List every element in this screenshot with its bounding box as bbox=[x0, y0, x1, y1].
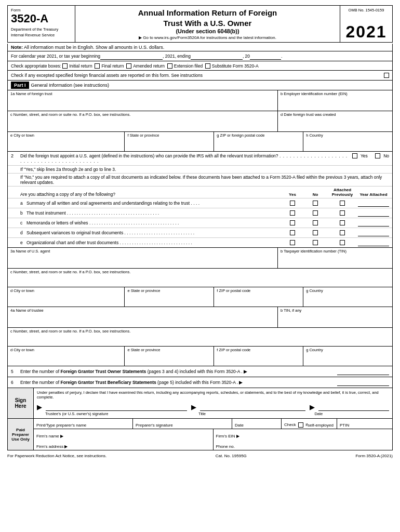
self-employed-checkbox[interactable] bbox=[298, 422, 303, 428]
q2-ifno-text: If "No," you are required to attach a co… bbox=[20, 175, 382, 185]
label-3e: State or province bbox=[131, 288, 161, 293]
label-1b: Employer identification number (EIN) bbox=[284, 91, 348, 96]
initial-return-checkbox[interactable] bbox=[62, 63, 68, 69]
sub-q-row-d: d Subsequent variances to original trust… bbox=[8, 228, 392, 237]
label-4g-letter: g bbox=[306, 348, 308, 352]
cell-3d: d City or town bbox=[8, 287, 125, 307]
sub-e-no[interactable] bbox=[313, 240, 318, 245]
paid-row-1: Print/Type preparer's name Preparer's si… bbox=[34, 419, 392, 429]
sub-b-yes[interactable] bbox=[290, 210, 295, 216]
sub-c-no[interactable] bbox=[313, 220, 318, 225]
q5-field[interactable] bbox=[337, 368, 389, 375]
comma-20: , 20 bbox=[243, 54, 250, 59]
sub-c-prev[interactable] bbox=[340, 220, 345, 225]
tax-year-end-field[interactable] bbox=[191, 52, 243, 60]
q2-no-checkbox[interactable] bbox=[375, 153, 380, 158]
paid-line2: Preparer bbox=[12, 432, 29, 437]
final-return-check[interactable]: Final return bbox=[95, 63, 124, 69]
signature-field[interactable] bbox=[46, 402, 187, 411]
sub-b-no[interactable] bbox=[313, 210, 318, 216]
q2-text-content: Did the foreign trust appoint a U.S. age… bbox=[20, 153, 278, 158]
row-1cd: c Number, street, and room or suite no. … bbox=[8, 111, 392, 132]
sign-labels-row: Trustee's (or U.S. owner's) signature Ti… bbox=[37, 411, 389, 416]
calendar-year-row: For calendar year 2021, or tax year begi… bbox=[8, 51, 392, 61]
final-return-checkbox[interactable] bbox=[95, 63, 100, 69]
sub-c-yes[interactable] bbox=[290, 220, 295, 225]
q6-field[interactable] bbox=[337, 379, 389, 386]
sign-arrows-row: ▶ ▶ ▶ bbox=[37, 402, 389, 411]
sub-b-prev[interactable] bbox=[340, 210, 345, 216]
cell-1f: f State or province bbox=[125, 132, 214, 151]
label-4a-letter: 4a bbox=[10, 308, 15, 313]
extension-filed-checkbox[interactable] bbox=[167, 63, 172, 69]
sub-b-letter: b bbox=[20, 210, 26, 216]
substitute-checkbox[interactable] bbox=[205, 63, 210, 69]
cell-1h: h Country bbox=[303, 132, 392, 151]
sub-a-no[interactable] bbox=[313, 201, 318, 206]
check-foreign-checkbox[interactable] bbox=[384, 73, 389, 78]
initial-return-check[interactable]: Initial return bbox=[62, 63, 92, 69]
title-field[interactable] bbox=[200, 402, 306, 411]
q2-yes-checkbox[interactable] bbox=[352, 153, 357, 158]
sub-e-yes[interactable] bbox=[290, 240, 295, 245]
sub-d-year[interactable] bbox=[358, 229, 389, 236]
amended-return-check[interactable]: Amended return bbox=[126, 63, 165, 69]
row-3ab: 3a Name of U.S. agent b Taxpayer identif… bbox=[8, 248, 392, 269]
firm-ein-cell: Firm's EIN ▶ bbox=[214, 429, 393, 440]
self-employed-label: self-employed bbox=[308, 423, 334, 428]
sign-label-line1: Sign bbox=[15, 397, 26, 403]
label-1h: Country bbox=[309, 133, 323, 138]
sub-q-row-b: b The trust instrument . . . . . . . . .… bbox=[8, 208, 392, 218]
sub-b-year[interactable] bbox=[358, 209, 389, 217]
firm-address-label: Firm's address ▶ bbox=[36, 444, 68, 449]
row-4ab: 4a Name of trustee b TIN, if any bbox=[8, 307, 392, 328]
extension-filed-check[interactable]: Extension filed bbox=[167, 63, 203, 69]
label-3e-letter: e bbox=[127, 288, 129, 293]
row-1efgh: e City or town f State or province g ZIP… bbox=[8, 132, 392, 152]
sign-statement: Under penalties of perjury, I declare th… bbox=[37, 390, 389, 400]
firm-name-label: Firm's name ▶ bbox=[36, 434, 63, 438]
extension-filed-label: Extension filed bbox=[174, 63, 203, 69]
label-1g-letter: g bbox=[217, 133, 219, 138]
cell-1g: g ZIP or foreign postal code bbox=[214, 132, 303, 151]
label-4f-letter: f bbox=[217, 348, 218, 352]
sub-c-year[interactable] bbox=[358, 219, 389, 227]
sig-label: Trustee's (or U.S. owner's) signature bbox=[37, 411, 194, 416]
paid-content: Print/Type preparer's name Preparer's si… bbox=[34, 419, 392, 450]
substitute-check[interactable]: Substitute Form 3520-A bbox=[205, 63, 259, 69]
amended-return-checkbox[interactable] bbox=[126, 63, 131, 69]
sign-arrow-right: ▶ bbox=[310, 404, 314, 411]
label-1h-letter: h bbox=[306, 133, 308, 138]
sub-a-year[interactable] bbox=[358, 200, 389, 207]
paid-row-3: Firm's address ▶ Phone no. bbox=[34, 440, 392, 450]
sub-a-yes[interactable] bbox=[290, 201, 295, 206]
sub-d-prev[interactable] bbox=[340, 230, 345, 235]
date-field[interactable] bbox=[318, 402, 389, 411]
cell-3b: b Taxpayer identification number (TIN) bbox=[278, 248, 392, 268]
sub-e-prev[interactable] bbox=[340, 240, 345, 245]
sub-d-yes[interactable] bbox=[290, 230, 295, 235]
sign-content: Under penalties of perjury, I declare th… bbox=[34, 388, 392, 418]
year-field[interactable] bbox=[250, 52, 281, 60]
paid-line1: Paid bbox=[16, 428, 25, 432]
sub-q-row-c: c Memoranda or letters of wishes . . . .… bbox=[8, 218, 392, 228]
header-right: OMB No. 1545-0159 2021 bbox=[340, 6, 392, 42]
cell-3g: g Country bbox=[303, 287, 392, 307]
label-3a-letter: 3a bbox=[10, 249, 15, 254]
form-year: 2021 bbox=[343, 23, 389, 40]
sub-d-no[interactable] bbox=[313, 230, 318, 235]
sub-e-year[interactable] bbox=[358, 239, 389, 246]
form-ref: Form 3520-A (2021) bbox=[355, 454, 393, 458]
label-1e-letter: e bbox=[10, 133, 12, 138]
check-foreign-label: Check if any excepted specified foreign … bbox=[11, 73, 203, 78]
tax-year-begin-field[interactable] bbox=[100, 52, 163, 60]
sub-a-prev[interactable] bbox=[340, 201, 345, 206]
label-4e: State or province bbox=[131, 348, 161, 352]
initial-return-label: Initial return bbox=[69, 63, 92, 69]
period: . bbox=[281, 54, 282, 59]
preparer-date-label: Date bbox=[235, 423, 244, 428]
sub-a-letter: a bbox=[20, 201, 26, 206]
phone-label: Phone no. bbox=[216, 444, 235, 449]
label-3a: Name of U.S. agent bbox=[16, 249, 50, 254]
sub-section: (Under section 6048(b)) bbox=[79, 28, 336, 34]
